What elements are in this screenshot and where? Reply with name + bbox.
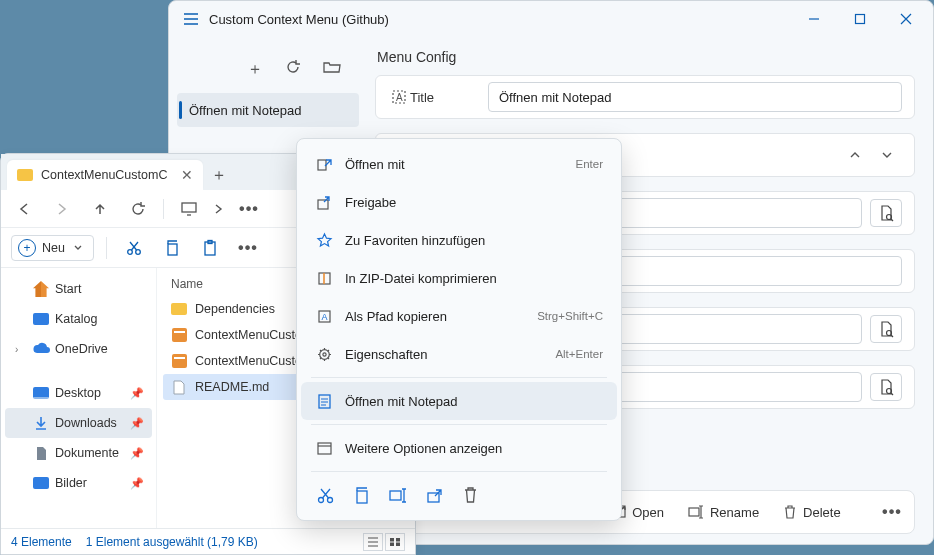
delete-button[interactable]: Delete — [775, 501, 849, 524]
svg-rect-37 — [357, 491, 367, 503]
svg-rect-23 — [396, 538, 400, 542]
tree-start[interactable]: Start — [5, 274, 152, 304]
shortcut-hint: Alt+Enter — [555, 348, 603, 360]
sidebar-item-notepad[interactable]: Öffnen mit Notepad — [177, 93, 359, 127]
tree-bilder[interactable]: Bilder📌 — [5, 468, 152, 498]
pin-icon: 📌 — [130, 387, 144, 400]
new-button[interactable]: + Neu — [11, 235, 94, 261]
rename-icon[interactable] — [389, 488, 407, 503]
download-icon — [33, 415, 49, 431]
up-button[interactable] — [83, 194, 117, 224]
new-tab-button[interactable]: ＋ — [203, 160, 235, 190]
more-options-icon — [315, 441, 333, 456]
browse-file-icon[interactable] — [870, 373, 902, 401]
rename-button[interactable]: Rename — [680, 501, 767, 524]
folder-icon — [17, 169, 33, 181]
cm-zip[interactable]: In ZIP-Datei komprimieren — [301, 259, 617, 297]
cm-more-options[interactable]: Weitere Optionen anzeigen — [301, 429, 617, 467]
cm-open-with[interactable]: Öffnen mit Enter — [301, 145, 617, 183]
context-menu: Öffnen mit Enter Freigabe Zu Favoriten h… — [296, 138, 622, 521]
pictures-icon — [33, 477, 49, 489]
view-icons-button[interactable] — [385, 533, 405, 551]
folder-icon — [171, 303, 187, 315]
forward-button[interactable] — [45, 194, 79, 224]
cut-icon[interactable] — [119, 234, 149, 262]
back-button[interactable] — [7, 194, 41, 224]
maximize-button[interactable] — [837, 1, 883, 37]
tree-downloads[interactable]: Downloads📌 — [5, 408, 152, 438]
svg-point-13 — [128, 249, 133, 254]
title-label: Title — [410, 90, 488, 105]
document-icon — [33, 445, 49, 461]
file-icon — [171, 379, 187, 395]
cm-bottom-actions — [301, 476, 617, 514]
more-cmd-button[interactable]: ••• — [233, 234, 263, 262]
cm-copy-path[interactable]: A Als Pfad kopieren Strg+Shift+C — [301, 297, 617, 335]
copy-icon[interactable] — [354, 487, 369, 504]
separator — [311, 424, 607, 425]
svg-text:A: A — [321, 312, 327, 322]
shortcut-hint: Strg+Shift+C — [537, 310, 603, 322]
sidebar-item-label: Öffnen mit Notepad — [189, 103, 302, 118]
svg-rect-27 — [318, 200, 328, 209]
view-details-button[interactable] — [363, 533, 383, 551]
breadcrumb-chevron-icon[interactable] — [210, 194, 228, 224]
svg-rect-15 — [168, 244, 177, 255]
explorer-tab[interactable]: ContextMenuCustomC ✕ — [7, 160, 203, 190]
folder-open-icon[interactable] — [323, 60, 341, 78]
tree-dokumente[interactable]: Dokumente📌 — [5, 438, 152, 468]
delete-icon[interactable] — [463, 487, 478, 503]
svg-text:A: A — [396, 92, 403, 103]
browse-file-icon[interactable] — [870, 199, 902, 227]
cm-favorite[interactable]: Zu Favoriten hinzufügen — [301, 221, 617, 259]
svg-rect-34 — [318, 443, 331, 454]
zip-icon — [315, 271, 333, 286]
tree-katalog[interactable]: Katalog — [5, 304, 152, 334]
copy-icon[interactable] — [157, 234, 187, 262]
pin-icon: 📌 — [130, 477, 144, 490]
paste-icon[interactable] — [195, 234, 225, 262]
app-title: Custom Context Menu (Github) — [209, 12, 389, 27]
svg-rect-20 — [172, 354, 187, 368]
cm-properties[interactable]: Eigenschaften Alt+Enter — [301, 335, 617, 373]
svg-rect-18 — [172, 328, 187, 342]
cm-open-notepad[interactable]: Öffnen mit Notepad — [301, 382, 617, 420]
app-icon — [171, 327, 187, 343]
svg-rect-38 — [390, 491, 401, 500]
open-with-icon — [315, 157, 333, 172]
more-nav-button[interactable]: ••• — [232, 194, 266, 224]
browse-file-icon[interactable] — [870, 315, 902, 343]
katalog-icon — [33, 313, 49, 325]
chevron-down-icon[interactable] — [872, 141, 902, 169]
pin-icon: 📌 — [130, 417, 144, 430]
hamburger-icon[interactable] — [173, 1, 209, 37]
svg-rect-26 — [318, 160, 326, 170]
svg-point-14 — [136, 249, 141, 254]
title-input[interactable] — [488, 82, 902, 112]
tab-close-icon[interactable]: ✕ — [181, 167, 193, 183]
close-button[interactable] — [883, 1, 929, 37]
explorer-tree: Start Katalog ›OneDrive Desktop📌 Downloa… — [1, 268, 157, 528]
status-selection: 1 Element ausgewählt (1,79 KB) — [86, 535, 258, 549]
copy-path-icon: A — [315, 309, 333, 324]
svg-rect-25 — [396, 542, 400, 546]
more-button[interactable]: ••• — [878, 503, 906, 521]
pin-icon: 📌 — [130, 447, 144, 460]
refresh-button[interactable] — [121, 194, 155, 224]
explorer-statusbar: 4 Elemente 1 Element ausgewählt (1,79 KB… — [1, 528, 415, 554]
tree-onedrive[interactable]: ›OneDrive — [5, 334, 152, 364]
refresh-icon[interactable] — [285, 59, 301, 79]
title-icon: A — [388, 89, 410, 105]
star-icon — [315, 233, 333, 248]
tab-label: ContextMenuCustomC — [41, 168, 167, 182]
share-icon[interactable] — [427, 488, 443, 503]
chevron-up-icon[interactable] — [840, 141, 870, 169]
minimize-button[interactable] — [791, 1, 837, 37]
monitor-icon[interactable] — [172, 194, 206, 224]
tree-desktop[interactable]: Desktop📌 — [5, 378, 152, 408]
shortcut-hint: Enter — [576, 158, 604, 170]
svg-rect-24 — [390, 542, 394, 546]
cm-share[interactable]: Freigabe — [301, 183, 617, 221]
add-icon[interactable]: ＋ — [247, 59, 263, 80]
cut-icon[interactable] — [317, 487, 334, 504]
